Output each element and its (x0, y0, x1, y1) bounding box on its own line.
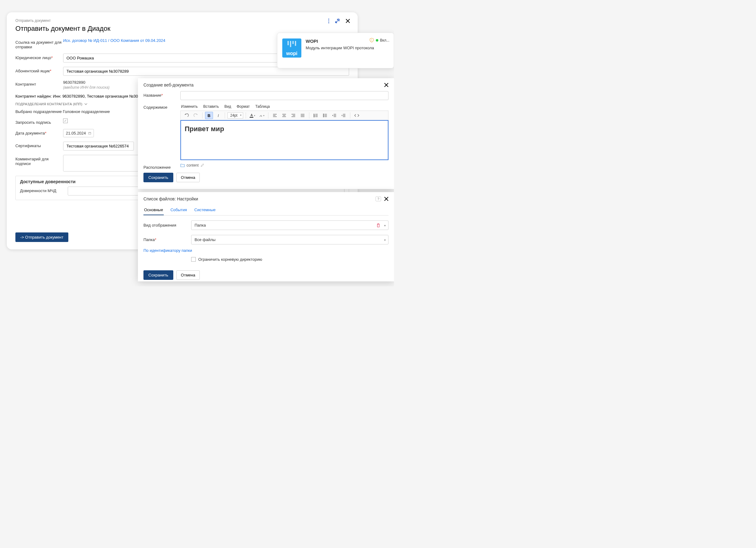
code-icon[interactable] (353, 112, 361, 119)
svg-text:3: 3 (314, 116, 315, 117)
chevron-down-icon (84, 103, 87, 106)
close-icon[interactable] (345, 18, 350, 23)
tab-events[interactable]: События (170, 205, 188, 215)
outdent-icon[interactable] (330, 112, 338, 119)
files-settings-panel: Список файлов: Настройки ? Основные Собы… (138, 192, 394, 281)
request-sign-label: Запросить подпись (15, 118, 63, 125)
doc-date-input[interactable]: 21.05.2024 (63, 129, 94, 137)
by-id-link[interactable]: По идентификатору папки (143, 248, 192, 253)
highlight-icon[interactable]: ▾ (258, 112, 266, 119)
editor-menu: Изменить Вставить Вид Формат Таблица (180, 103, 388, 111)
trusts-label: Доверенности МЧД (20, 187, 68, 195)
box-label: Абонентский ящик (15, 69, 50, 73)
svg-point-8 (323, 115, 324, 116)
svg-point-7 (323, 114, 324, 115)
menu-table[interactable]: Таблица (255, 104, 270, 109)
wopi-desc: Модуль интеграции WOPI протокола (306, 46, 374, 50)
webdoc-panel: Создание веб-документа Название* Содержи… (138, 78, 394, 189)
wopi-status-text: Вкл... (380, 38, 389, 42)
comment-label: Комментарий для подписи (15, 155, 63, 166)
edit-location-icon[interactable] (200, 163, 204, 167)
svg-point-0 (328, 18, 329, 19)
trash-icon[interactable] (376, 223, 380, 227)
indent-icon[interactable] (340, 112, 348, 119)
tab-main[interactable]: Основные (143, 205, 164, 215)
files-save-button[interactable]: Сохранить (143, 270, 173, 280)
webdoc-name-input[interactable] (180, 91, 388, 100)
list-bullet-icon[interactable] (321, 112, 329, 119)
certs-input[interactable] (63, 142, 134, 151)
chevron-down-icon: ▾ (384, 238, 386, 241)
folder-select[interactable]: Все файлы ▾ (191, 235, 388, 244)
doc-date-label: Дата документа (15, 131, 45, 135)
svg-point-9 (323, 116, 324, 117)
close-icon[interactable] (384, 83, 388, 87)
breadcrumb: Отправить документ (15, 18, 349, 23)
svg-rect-3 (89, 132, 91, 134)
text-color-icon[interactable]: A▾ (248, 112, 256, 119)
help-icon[interactable]: ? (376, 196, 381, 201)
align-right-icon[interactable] (289, 112, 297, 119)
menu-edit[interactable]: Изменить (181, 104, 198, 109)
webdoc-content-label: Содержимое (143, 103, 180, 110)
align-left-icon[interactable] (271, 112, 279, 119)
shield-icon (369, 38, 374, 42)
undo-icon[interactable] (183, 112, 191, 119)
doc-link-label: Ссылка на документ для отправки (15, 38, 63, 49)
wopi-logo: wopi (282, 38, 301, 58)
align-justify-icon[interactable] (299, 112, 307, 119)
bold-icon[interactable]: B (205, 112, 213, 119)
view-label: Вид отображения (143, 223, 191, 228)
tabs: Основные События Системные (143, 205, 388, 216)
subdivisions-toggle[interactable]: ПОДРАЗДЕЛЕНИЯ КОНТРАГЕНТА (КПП) (15, 102, 87, 106)
list-ordered-icon[interactable]: 123 (312, 112, 320, 119)
wopi-title: WOPI (306, 38, 374, 44)
request-sign-checkbox[interactable]: ✓ (63, 119, 68, 123)
editor-textarea[interactable]: Привет мир (180, 120, 388, 160)
redo-icon[interactable] (192, 112, 200, 119)
wopi-card[interactable]: wopi WOPI Модуль интеграции WOPI протоко… (277, 33, 394, 68)
editor-content: Привет мир (185, 125, 384, 133)
editor-toolbar: B I 24pt▾ A▾ ▾ 123 (180, 111, 388, 120)
folder-label: Папка (143, 237, 155, 242)
more-icon[interactable] (328, 18, 329, 23)
page-title: Отправить документ в Диадок (15, 25, 349, 33)
webdoc-save-button[interactable]: Сохранить (143, 173, 173, 182)
tab-system[interactable]: Системные (194, 205, 216, 215)
folder-icon (180, 163, 185, 167)
limit-root-checkbox[interactable] (191, 257, 196, 262)
files-title: Список файлов: Настройки (143, 196, 198, 201)
certs-label: Сертификаты (15, 142, 63, 148)
menu-insert[interactable]: Вставить (203, 104, 219, 109)
webdoc-cancel-button[interactable]: Отмена (176, 173, 200, 182)
status-dot (376, 39, 378, 42)
italic-icon[interactable]: I (214, 112, 222, 119)
expand-icon[interactable] (335, 18, 340, 23)
svg-point-1 (328, 20, 329, 21)
menu-format[interactable]: Формат (237, 104, 250, 109)
calendar-icon (88, 131, 91, 135)
doc-link[interactable]: Исх. договор № ИД-011 / ООО Компания от … (63, 38, 165, 43)
counterparty-label: Контрагент (15, 80, 63, 87)
files-cancel-button[interactable]: Отмена (176, 270, 200, 280)
webdoc-location-label: Расположение (143, 163, 180, 170)
legal-label: Юридическое лицо (15, 55, 51, 60)
send-document-button[interactable]: -> Отправить документ (15, 232, 68, 242)
close-icon[interactable] (384, 197, 388, 201)
view-select[interactable]: Папка ▾ (191, 220, 388, 230)
webdoc-title: Создание веб-документа (143, 83, 194, 87)
limit-root-label: Ограничить корневую директорию (198, 257, 262, 262)
menu-view[interactable]: Вид (224, 104, 231, 109)
svg-point-2 (328, 22, 329, 23)
font-size-select[interactable]: 24pt▾ (227, 112, 243, 119)
webdoc-name-label: Название (143, 93, 161, 98)
location-value: content (187, 163, 199, 167)
align-center-icon[interactable] (280, 112, 288, 119)
chevron-down-icon: ▾ (384, 224, 386, 227)
